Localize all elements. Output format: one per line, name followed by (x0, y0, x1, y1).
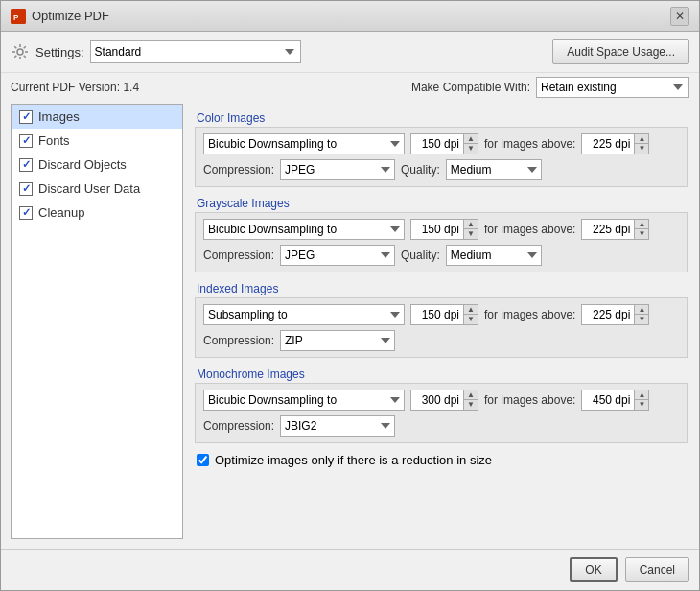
grayscale-images-title: Grayscale Images (193, 193, 689, 212)
indexed-dpi-spinbox: ▲ ▼ (410, 304, 478, 325)
color-dpi-up[interactable]: ▲ (464, 134, 478, 144)
mono-dpi-spinbox-btns: ▲ ▼ (463, 390, 478, 411)
compat-dropdown[interactable]: Retain existing (536, 77, 689, 98)
svg-point-2 (17, 49, 23, 55)
color-sampling-row: Bicubic Downsampling to ▲ ▼ for images a… (203, 133, 679, 154)
gray-quality-label: Quality: (401, 248, 440, 262)
mono-dpi-spinbox: ▲ ▼ (410, 390, 478, 411)
sidebar-item-discard-user-data[interactable]: Discard User Data (12, 177, 182, 201)
sidebar: Images Fonts Discard Objects Discard Use… (11, 104, 183, 539)
optimize-pdf-dialog: P Optimize PDF ✕ Settings: Standard Audi… (0, 0, 700, 591)
indexed-dpi-spinbox-btns: ▲ ▼ (463, 304, 478, 325)
indexed-images-title: Indexed Images (193, 278, 689, 297)
gray-dpi-up[interactable]: ▲ (464, 220, 478, 229)
title-bar: P Optimize PDF ✕ (1, 1, 699, 32)
monochrome-images-title: Monochrome Images (193, 364, 689, 383)
mono-dpi-down[interactable]: ▼ (464, 400, 478, 410)
gray-compression-row: Compression: JPEG Quality: Medium (203, 245, 679, 266)
settings-icon (11, 42, 30, 61)
sidebar-item-images[interactable]: Images (12, 105, 182, 129)
compat-label: Make Compatible With: (411, 81, 530, 94)
color-above-down[interactable]: ▼ (635, 144, 648, 154)
gray-quality-dropdown[interactable]: Medium (446, 245, 542, 266)
indexed-above-input[interactable] (581, 304, 634, 325)
sidebar-item-discard-objects[interactable]: Discard Objects (12, 153, 182, 177)
sidebar-label-cleanup: Cleanup (38, 205, 84, 220)
compat-group: Make Compatible With: Retain existing (411, 77, 689, 98)
color-sampling-dropdown[interactable]: Bicubic Downsampling to (203, 133, 405, 154)
mono-sampling-row: Bicubic Downsampling to ▲ ▼ for images a… (203, 390, 679, 411)
color-compression-row: Compression: JPEG Quality: Medium (203, 159, 679, 180)
sidebar-item-cleanup[interactable]: Cleanup (12, 201, 182, 225)
indexed-above-spinbox: ▲ ▼ (581, 304, 649, 325)
color-images-section: Color Images Bicubic Downsampling to ▲ ▼ (193, 107, 689, 187)
discard-user-data-checkbox[interactable] (19, 182, 33, 196)
gray-compression-dropdown[interactable]: JPEG (280, 245, 395, 266)
images-checkbox[interactable] (19, 110, 33, 124)
gray-sampling-dropdown[interactable]: Bicubic Downsampling to (203, 219, 405, 240)
indexed-above-down[interactable]: ▼ (635, 315, 648, 324)
sidebar-label-images: Images (38, 109, 80, 124)
indexed-sampling-row: Subsampling to ▲ ▼ for images above: (203, 304, 679, 325)
settings-label: Settings: (35, 45, 84, 59)
mono-above-up[interactable]: ▲ (635, 390, 648, 400)
title-bar-left: P Optimize PDF (11, 9, 109, 24)
mono-above-down[interactable]: ▼ (635, 400, 648, 410)
gray-above-down[interactable]: ▼ (635, 229, 648, 239)
gray-dpi-spinbox: ▲ ▼ (410, 219, 478, 240)
color-above-input[interactable] (581, 133, 634, 154)
gray-dpi-down[interactable]: ▼ (464, 229, 478, 239)
close-button[interactable]: ✕ (670, 7, 689, 26)
mono-dpi-up[interactable]: ▲ (464, 390, 478, 400)
mono-compression-label: Compression: (203, 419, 274, 433)
cancel-button[interactable]: Cancel (625, 557, 689, 582)
dialog-title: Optimize PDF (32, 9, 109, 23)
gray-dpi-input[interactable] (410, 219, 463, 240)
mono-sampling-dropdown[interactable]: Bicubic Downsampling to (203, 390, 405, 411)
mono-above-input[interactable] (581, 390, 634, 411)
gray-compression-label: Compression: (203, 248, 274, 262)
indexed-dpi-up[interactable]: ▲ (464, 305, 478, 315)
audit-space-button[interactable]: Audit Space Usage... (552, 39, 689, 64)
mono-above-spinbox: ▲ ▼ (581, 390, 649, 411)
indexed-compression-dropdown[interactable]: ZIP (280, 330, 395, 351)
indexed-above-up[interactable]: ▲ (635, 305, 648, 315)
mono-dpi-input[interactable] (410, 390, 463, 411)
monochrome-images-body: Bicubic Downsampling to ▲ ▼ for images a… (195, 383, 688, 443)
indexed-dpi-down[interactable]: ▼ (464, 315, 478, 324)
color-dpi-input[interactable] (410, 133, 463, 154)
indexed-images-body: Subsampling to ▲ ▼ for images above: (195, 297, 688, 358)
indexed-images-section: Indexed Images Subsampling to ▲ ▼ (193, 278, 689, 358)
gray-dpi-spinbox-btns: ▲ ▼ (463, 219, 478, 240)
color-above-up[interactable]: ▲ (635, 134, 648, 144)
ok-button[interactable]: OK (570, 557, 617, 582)
gray-above-up[interactable]: ▲ (635, 220, 648, 229)
gray-sampling-row: Bicubic Downsampling to ▲ ▼ for images a… (203, 219, 679, 240)
indexed-compression-label: Compression: (203, 334, 274, 347)
mono-compression-dropdown[interactable]: JBIG2 (280, 415, 395, 437)
version-row: Current PDF Version: 1.4 Make Compatible… (1, 73, 699, 104)
cleanup-checkbox[interactable] (19, 206, 33, 220)
sidebar-item-fonts[interactable]: Fonts (12, 129, 182, 153)
fonts-checkbox[interactable] (19, 134, 33, 148)
grayscale-images-body: Bicubic Downsampling to ▲ ▼ for images a… (195, 212, 688, 272)
indexed-sampling-dropdown[interactable]: Subsampling to (203, 304, 405, 325)
indexed-dpi-input[interactable] (410, 304, 463, 325)
sidebar-label-discard-objects: Discard Objects (38, 157, 127, 172)
settings-dropdown[interactable]: Standard (90, 40, 301, 63)
color-compression-dropdown[interactable]: JPEG (280, 159, 395, 180)
color-above-spinbox-btns: ▲ ▼ (634, 133, 649, 154)
color-quality-label: Quality: (401, 163, 440, 177)
svg-text:P: P (13, 13, 19, 22)
sidebar-label-discard-user-data: Discard User Data (38, 181, 140, 196)
optimize-checkbox-label: Optimize images only if there is a reduc… (215, 453, 492, 467)
color-quality-dropdown[interactable]: Medium (446, 159, 542, 180)
discard-objects-checkbox[interactable] (19, 158, 33, 172)
color-above-spinbox: ▲ ▼ (581, 133, 649, 154)
color-dpi-down[interactable]: ▼ (464, 144, 478, 154)
pdf-icon: P (11, 9, 26, 24)
optimize-checkbox[interactable] (197, 454, 209, 466)
gray-above-input[interactable] (581, 219, 634, 240)
color-dpi-spinbox-btns: ▲ ▼ (463, 133, 478, 154)
color-dpi-spinbox: ▲ ▼ (410, 133, 478, 154)
